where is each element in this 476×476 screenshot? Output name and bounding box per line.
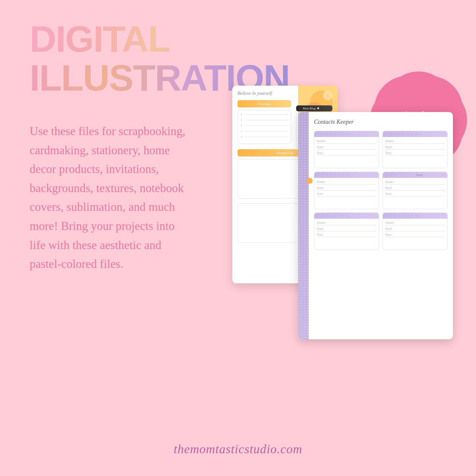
card-4-header: ✦ ✦ ✦ Name ✦ xyxy=(383,172,447,178)
card-2-body: Number Email Notes xyxy=(383,137,447,168)
field-number: Number xyxy=(385,221,445,225)
card-1-header: ✦ ✦ ✦ ✦ ✦ ✦ ✦ ✦ xyxy=(314,131,379,137)
card-1-body: Number Email Notes xyxy=(314,137,379,168)
bullet-3: ✦ xyxy=(240,124,243,127)
main-blog-label: Main Blog xyxy=(303,107,316,110)
website-footer: themomtasticstudio.com xyxy=(174,442,302,456)
card-5-header: ✦ ✦ ✦ ✦ ✦ ✦ ✦ ✦ xyxy=(314,213,379,219)
sidebar-stars xyxy=(298,112,309,339)
bullet-2: ✦ xyxy=(240,119,243,122)
card-6-body: Number Email Notes xyxy=(383,219,447,250)
planner-right-content: Contacts Keeper ✦ ✦ ✦ ✦ ✦ ✦ ✦ ✦ Number xyxy=(309,112,453,339)
contacts-grid: ✦ ✦ ✦ ✦ ✦ ✦ ✦ ✦ Number Email xyxy=(314,131,448,250)
field-notes: Notes xyxy=(317,233,376,245)
contacts-title: Contacts Keeper xyxy=(314,119,448,126)
planner-line: ✦ xyxy=(240,113,288,116)
card-5-body: Number Email Notes xyxy=(314,219,379,250)
bullet-4: ✦ xyxy=(240,130,243,133)
planner-line: ✦ xyxy=(240,130,288,133)
title-line1: DIGITAL xyxy=(30,20,290,59)
field-notes: Notes xyxy=(385,152,445,163)
field-email: Email xyxy=(385,146,445,150)
card-4-body: Number Email Notes xyxy=(383,178,447,209)
field-number: Number xyxy=(317,181,376,184)
svg-point-3 xyxy=(323,91,333,100)
bullet-1: ✦ xyxy=(240,113,243,116)
field-number: Number xyxy=(385,140,445,144)
contact-card-5: ✦ ✦ ✦ ✦ ✦ ✦ ✦ ✦ Number Email xyxy=(314,212,379,250)
contact-card-6: ✦ ✦ ✦ ✦ ✦ ✦ ✦ ✦ Number Email xyxy=(382,212,448,250)
bullet-5: ✦ xyxy=(240,135,243,138)
card-3-body: Number Email Notes xyxy=(314,178,379,209)
contact-card-3: ✦ ✦ ✦ ✦ ✦ ✦ ✦ ✦ Number Email xyxy=(314,172,379,209)
card-6-header: ✦ ✦ ✦ ✦ ✦ ✦ ✦ ✦ xyxy=(383,213,447,219)
priorities-header: Priorities xyxy=(238,100,291,107)
sidebar-tab xyxy=(307,178,313,184)
field-email: Email xyxy=(317,227,376,231)
card-3-header: ✦ ✦ ✦ ✦ ✦ ✦ ✦ ✦ xyxy=(314,172,379,178)
planners-container: Believe in yourself. Priorities ✦ xyxy=(232,86,456,336)
field-email: Email xyxy=(385,227,445,231)
field-number: Number xyxy=(317,221,376,225)
field-notes: Notes xyxy=(385,192,445,204)
planner-line: ✦ xyxy=(240,124,288,127)
field-number: Number xyxy=(317,140,376,144)
field-notes: Notes xyxy=(385,233,445,245)
planner-right: Contacts Keeper ✦ ✦ ✦ ✦ ✦ ✦ ✦ ✦ Number xyxy=(298,112,453,339)
field-notes: Notes xyxy=(317,192,376,204)
card-2-header: ✦ ✦ ✦ ✦ ✦ ✦ ✦ ✦ xyxy=(383,131,447,137)
page-wrapper: DIGITAL ILLUSTRATION Use these files for… xyxy=(0,0,476,476)
planner-sidebar xyxy=(298,112,309,339)
planner-line: ✦ xyxy=(240,119,288,122)
planner-line: ✦ xyxy=(240,135,288,138)
contact-card-4: ✦ ✦ ✦ Name ✦ Number Email xyxy=(382,172,448,209)
field-email: Email xyxy=(385,186,445,190)
field-number: Number xyxy=(385,181,445,184)
priorities-section: ✦ ✦ ✦ ✦ ✦ xyxy=(238,110,291,144)
contact-card-2: ✦ ✦ ✦ ✦ ✦ ✦ ✦ ✦ Number Email xyxy=(382,131,448,168)
contact-card-1: ✦ ✦ ✦ ✦ ✦ ✦ ✦ ✦ Number Email xyxy=(314,131,379,168)
field-email: Email xyxy=(317,146,376,150)
field-notes: Notes xyxy=(317,152,376,163)
body-text: Use these files for scrapbooking, cardma… xyxy=(30,122,188,274)
field-email: Email xyxy=(317,186,376,190)
